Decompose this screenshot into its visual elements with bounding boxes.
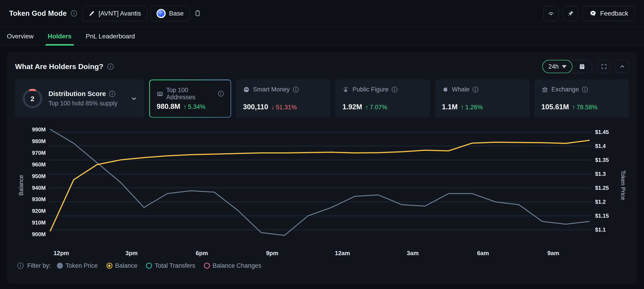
y-left-tick: 990M bbox=[32, 126, 46, 133]
filter-option-balance[interactable]: Balance bbox=[106, 262, 138, 269]
tab-pnl-leaderboard[interactable]: PnL Leaderboard bbox=[86, 27, 135, 46]
page-title: Token God Mode bbox=[9, 9, 67, 18]
collapse-button[interactable] bbox=[616, 60, 629, 73]
card-header: What Are Holders Doing? 24h bbox=[15, 60, 629, 73]
info-icon[interactable] bbox=[582, 87, 588, 92]
svg-text:2: 2 bbox=[30, 95, 34, 102]
chain-selector-button[interactable]: Base bbox=[150, 6, 190, 21]
tab-holders[interactable]: Holders bbox=[48, 27, 72, 46]
token-god-mode-app: Token God Mode [AVNT] Avantis Base Feedb… bbox=[0, 0, 644, 289]
tile-label: Public Figure bbox=[352, 86, 388, 93]
chart-filter-bar: Filter by: Token Price Balance Total Tra… bbox=[17, 260, 629, 271]
tile-value: 1.1M bbox=[442, 103, 458, 111]
tile-change: 51.31% bbox=[272, 104, 297, 111]
y-left-tick: 980M bbox=[32, 138, 46, 145]
info-icon[interactable] bbox=[71, 10, 77, 17]
tile-change: 5.34% bbox=[184, 103, 206, 110]
holders-chart: Balance 990M980M970M960M950M940M930M920M… bbox=[15, 123, 629, 257]
tile-value: 300,110 bbox=[243, 103, 268, 111]
arrow-up-icon bbox=[461, 104, 464, 111]
info-icon[interactable] bbox=[218, 91, 224, 97]
chevron-down-icon[interactable] bbox=[130, 95, 137, 102]
tile-value: 980.8M bbox=[157, 102, 180, 111]
info-icon[interactable] bbox=[293, 87, 299, 92]
metric-tiles: 2 Distribution Score Top 100 hold 85% su… bbox=[15, 80, 629, 118]
arrow-up-icon bbox=[184, 103, 187, 110]
tile-label: Smart Money bbox=[253, 86, 290, 93]
filter-option-token-price[interactable]: Token Price bbox=[57, 262, 98, 269]
y-left-tick: 950M bbox=[32, 173, 46, 180]
banknote-icon bbox=[157, 90, 163, 97]
watch-button[interactable] bbox=[544, 6, 558, 21]
x-tick: 12am bbox=[335, 250, 350, 257]
x-tick: 3am bbox=[407, 250, 419, 257]
y-right-tick: $1.4 bbox=[595, 142, 606, 150]
chat-bubble-icon bbox=[590, 10, 597, 17]
y-right-tick: $1.2 bbox=[595, 198, 606, 205]
y-left-tick: 970M bbox=[32, 149, 46, 157]
y-right-tick: $1.35 bbox=[595, 156, 609, 164]
arrow-up-icon bbox=[572, 104, 575, 111]
info-icon[interactable] bbox=[392, 87, 398, 92]
x-tick: 6pm bbox=[196, 250, 208, 257]
x-axis-ticks: 12pm3pm6pm9pm12am3am6am9am bbox=[49, 247, 592, 257]
y-left-tick: 930M bbox=[32, 196, 46, 203]
info-icon[interactable] bbox=[472, 87, 478, 92]
timeframe-dropdown[interactable]: 24h bbox=[542, 60, 572, 73]
filter-option-total-transfers[interactable]: Total Transfers bbox=[146, 262, 195, 269]
balance-radio-selected bbox=[106, 263, 112, 269]
filter-option-balance-changes[interactable]: Balance Changes bbox=[204, 262, 261, 269]
tile-whale[interactable]: Whale 1.1M 1.26% bbox=[435, 80, 530, 118]
holders-activity-card: What Are Holders Doing? 24h bbox=[7, 52, 637, 283]
y-left-tick: 900M bbox=[32, 231, 46, 238]
info-icon[interactable] bbox=[109, 91, 115, 97]
distribution-score-gauge: 2 bbox=[22, 88, 43, 109]
calendar-button[interactable] bbox=[572, 60, 592, 73]
y-right-tick: $1.45 bbox=[595, 129, 609, 136]
tile-top-100-addresses[interactable]: Top 100 Addresses 980.8M 5.34% bbox=[150, 80, 230, 117]
tile-label: Exchange bbox=[552, 86, 579, 93]
feedback-button[interactable]: Feedback bbox=[583, 6, 635, 21]
tile-public-figure[interactable]: Public Figure 1.92M 7.07% bbox=[336, 80, 430, 118]
y-left-tick: 940M bbox=[32, 184, 46, 192]
chevron-down-icon bbox=[562, 65, 566, 68]
plot-area[interactable] bbox=[49, 123, 592, 247]
right-axis-title: Token Price bbox=[617, 123, 629, 257]
pin-icon bbox=[567, 10, 574, 17]
top-bar: Token God Mode [AVNT] Avantis Base Feedb… bbox=[0, 0, 644, 27]
balance-changes-radio bbox=[204, 263, 210, 269]
token-selector-button[interactable]: [AVNT] Avantis bbox=[82, 6, 147, 21]
x-tick: 9pm bbox=[266, 250, 278, 257]
top-bar-actions: Feedback bbox=[544, 6, 635, 21]
x-tick: 6am bbox=[477, 250, 489, 257]
tile-change: 7.07% bbox=[366, 104, 387, 111]
tile-exchange[interactable]: Exchange 105.61M 78.58% bbox=[534, 80, 629, 118]
left-axis-ticks: 990M980M970M960M950M940M930M920M910M900M bbox=[27, 123, 49, 247]
tile-change: 1.26% bbox=[461, 104, 483, 111]
info-icon[interactable] bbox=[17, 263, 24, 269]
tab-bar: Overview Holders PnL Leaderboard bbox=[0, 27, 644, 46]
fullscreen-button[interactable] bbox=[598, 60, 611, 73]
pencil-icon bbox=[89, 10, 95, 17]
arrow-down-icon bbox=[272, 104, 275, 111]
copy-icon[interactable] bbox=[194, 10, 201, 17]
base-logo-icon bbox=[156, 9, 166, 18]
total-transfers-radio bbox=[146, 263, 152, 269]
smart-money-icon bbox=[243, 86, 250, 93]
y-right-tick: $1.1 bbox=[595, 226, 606, 233]
card-info-icon[interactable] bbox=[108, 64, 114, 70]
left-axis-title: Balance bbox=[15, 123, 27, 257]
tile-distribution-score[interactable]: 2 Distribution Score Top 100 hold 85% su… bbox=[15, 80, 144, 118]
token-price-swatch bbox=[57, 263, 63, 269]
tile-value: 1.92M bbox=[342, 103, 362, 111]
distribution-score-label: Distribution Score bbox=[48, 90, 106, 98]
tile-value: 105.61M bbox=[542, 103, 569, 111]
card-title: What Are Holders Doing? bbox=[15, 62, 103, 71]
tab-overview[interactable]: Overview bbox=[7, 27, 34, 46]
tile-smart-money[interactable]: Smart Money 300,110 51.31% bbox=[236, 80, 330, 118]
distribution-score-subtitle: Top 100 hold 85% supply bbox=[48, 100, 118, 107]
timeframe-value: 24h bbox=[548, 63, 558, 70]
pin-button[interactable] bbox=[563, 6, 578, 21]
eye-icon bbox=[548, 10, 554, 17]
tile-label: Whale bbox=[452, 86, 470, 93]
